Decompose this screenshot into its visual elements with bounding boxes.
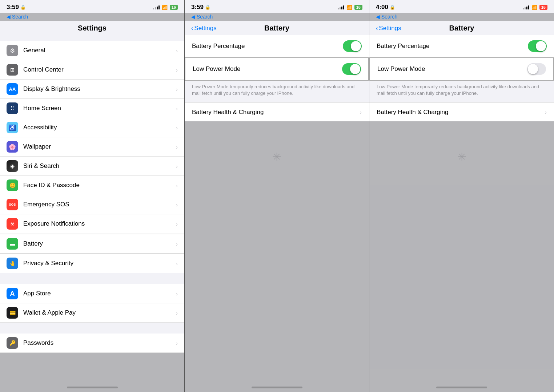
group-divider [0, 273, 184, 284]
battery-indicator-middle: 16 [354, 5, 362, 10]
home-indicator [67, 387, 118, 388]
battery-health-label-middle: Battery Health & Charging [192, 109, 264, 116]
home-indicator-right [436, 387, 487, 388]
back-button-middle[interactable]: ‹ Settings [191, 25, 217, 32]
chevron-icon: › [176, 291, 178, 297]
settings-item-app-store[interactable]: A App Store › [0, 284, 184, 303]
battery-percentage-toggle-middle[interactable] [343, 40, 362, 52]
time-display-middle: 3:59 [191, 4, 204, 11]
back-chevron-icon-right: ‹ [376, 25, 378, 32]
low-power-mode-row-right[interactable]: Low Power Mode [370, 58, 553, 80]
low-power-mode-highlight-box-right: Low Power Mode [369, 57, 554, 81]
signal-bar-1 [523, 8, 524, 9]
signal-bars-middle [338, 5, 344, 9]
chevron-icon: › [176, 182, 178, 189]
battery-percentage-label-right: Battery Percentage [377, 43, 430, 50]
wifi-icon: 📶 [162, 5, 168, 10]
wallpaper-label: Wallpaper [23, 143, 173, 150]
battery-percentage-row-middle[interactable]: Battery Percentage [185, 35, 369, 57]
signal-bar-2 [340, 7, 341, 9]
settings-item-emergency-sos[interactable]: SOS Emergency SOS › [0, 195, 184, 214]
status-time-right: 4:00 🔒 [376, 4, 395, 11]
display-label: Display & Brightness [23, 85, 173, 93]
back-label-middle: Settings [194, 25, 216, 32]
back-button-right[interactable]: ‹ Settings [376, 25, 401, 32]
low-power-mode-label-middle: Low Power Mode [193, 65, 240, 73]
settings-item-face-id[interactable]: 😐 Face ID & Passcode › [0, 176, 184, 195]
home-screen-icon: ⠿ [7, 102, 18, 114]
siri-icon: ◉ [7, 160, 18, 172]
settings-item-display[interactable]: AA Display & Brightness › [0, 80, 184, 99]
low-power-toggle-middle[interactable] [342, 63, 361, 75]
chevron-icon: › [176, 86, 178, 92]
status-right-middle: 📶 16 [338, 5, 362, 10]
settings-item-accessibility[interactable]: ♿ Accessibility › [0, 118, 184, 137]
search-label-middle[interactable]: ◀ Search [185, 13, 369, 21]
settings-panel: 3:59 🔒 📶 16 ◀ Search Settings [0, 0, 185, 392]
low-power-toggle-right[interactable] [527, 63, 546, 75]
status-bar-middle: 3:59 🔒 📶 16 [185, 0, 369, 13]
chevron-icon: › [176, 260, 178, 267]
battery-icon: ▬ [7, 238, 18, 250]
page-title-right: Battery [449, 24, 474, 32]
search-label-right[interactable]: ◀ Search [369, 13, 554, 21]
control-center-label: Control Center [23, 66, 173, 73]
chevron-icon: › [176, 144, 178, 150]
settings-item-wallet[interactable]: 💳 Wallet & Apple Pay › [0, 303, 184, 323]
time-display: 3:59 [7, 4, 19, 11]
lock-icon-middle: 🔒 [205, 5, 210, 10]
chevron-icon: › [176, 310, 178, 316]
settings-item-exposure[interactable]: ☣ Exposure Notifications › [0, 214, 184, 234]
low-power-mode-row-middle[interactable]: Low Power Mode [185, 58, 368, 80]
signal-bar-4 [158, 5, 160, 9]
signal-bar-1 [338, 8, 339, 9]
battery-label: Battery [23, 240, 173, 247]
group-divider-2 [0, 323, 184, 334]
lock-icon-right: 🔒 [390, 5, 395, 10]
settings-item-wallpaper[interactable]: 🌸 Wallpaper › [0, 137, 184, 157]
settings-item-siri[interactable]: ◉ Siri & Search › [0, 157, 184, 176]
signal-bar-3 [526, 7, 527, 9]
nav-bar-middle: ‹ Settings Battery [185, 21, 369, 35]
signal-bars [153, 5, 160, 9]
page-title: Settings [78, 24, 107, 32]
toggle-knob [528, 64, 538, 74]
settings-item-battery[interactable]: ▬ Battery › [0, 234, 184, 254]
lock-icon: 🔒 [20, 5, 26, 10]
settings-item-control-center[interactable]: ⊞ Control Center › [0, 60, 184, 80]
settings-item-passwords[interactable]: 🔑 Passwords › [0, 334, 184, 353]
exposure-icon: ☣ [7, 218, 18, 230]
signal-bar-1 [153, 8, 154, 9]
face-id-label: Face ID & Passcode [23, 182, 173, 189]
settings-item-privacy[interactable]: 🤚 Privacy & Security › [0, 254, 184, 273]
settings-item-general[interactable]: ⚙ General › [0, 41, 184, 60]
loading-area-right: ✳ [369, 121, 554, 163]
wifi-icon-right: 📶 [531, 5, 537, 10]
search-label[interactable]: ◀ Search [0, 13, 184, 21]
settings-group-1: ⚙ General › ⊞ Control Center › AA D [0, 41, 184, 273]
app-store-icon: A [7, 288, 18, 299]
chevron-icon: › [176, 105, 178, 112]
status-time-middle: 3:59 🔒 [191, 4, 210, 11]
chevron-icon: › [176, 163, 178, 169]
battery-panel-middle: 3:59 🔒 📶 16 ◀ Search ‹ Settings Bat [185, 0, 369, 392]
display-icon: AA [7, 83, 18, 95]
settings-item-home-screen[interactable]: ⠿ Home Screen › [0, 99, 184, 118]
wifi-icon-middle: 📶 [346, 5, 352, 10]
low-power-description-right: Low Power Mode temporarily reduces backg… [369, 81, 554, 102]
chevron-icon: › [176, 241, 178, 247]
accessibility-label: Accessibility [23, 124, 173, 131]
signal-bar-3 [341, 7, 342, 9]
battery-percentage-row-right[interactable]: Battery Percentage [369, 35, 554, 57]
spinner-icon-right: ✳ [457, 150, 466, 163]
battery-percentage-toggle-right[interactable] [528, 40, 547, 52]
battery-health-row-right[interactable]: Battery Health & Charging › [369, 102, 554, 121]
chevron-icon: › [176, 340, 178, 346]
nav-bar: Settings [0, 21, 184, 35]
low-power-mode-label-right: Low Power Mode [377, 65, 425, 73]
back-label-right: Settings [379, 25, 401, 32]
battery-health-chevron-right: › [545, 109, 547, 115]
siri-label: Siri & Search [23, 162, 173, 170]
settings-group-2: A App Store › 💳 Wallet & Apple Pay › [0, 284, 184, 323]
battery-health-row-middle[interactable]: Battery Health & Charging › [185, 102, 369, 121]
